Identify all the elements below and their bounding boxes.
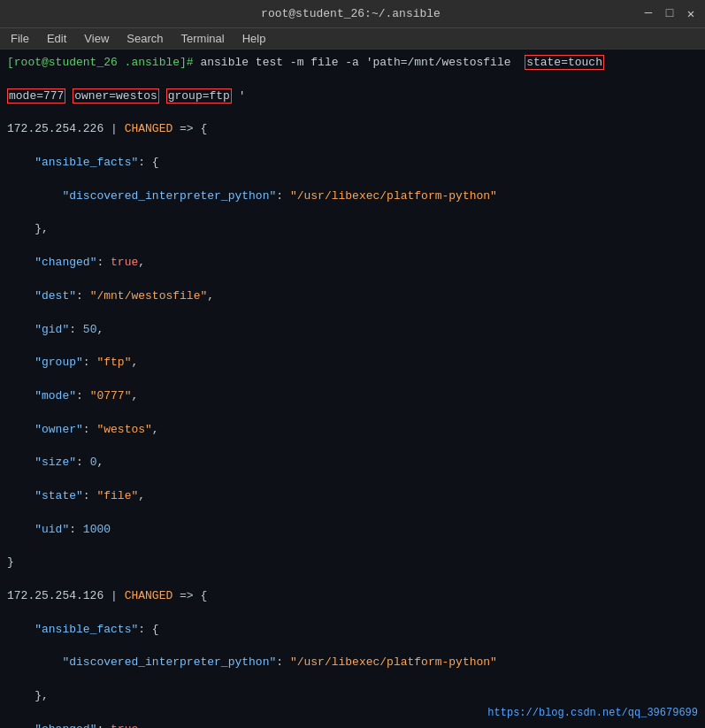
minimize-button[interactable]: ─ (641, 6, 655, 21)
terminal[interactable]: [root@student_26 .ansible]# ansible test… (0, 50, 705, 728)
menubar: File Edit View Search Terminal Help (0, 28, 705, 50)
window-title: root@student_26:~/.ansible (60, 7, 641, 20)
menu-view[interactable]: View (77, 30, 116, 47)
terminal-wrapper: [root@student_26 .ansible]# ansible test… (0, 50, 705, 728)
url-link: https://blog.csdn.net/qq_39679699 (487, 707, 698, 719)
maximize-button[interactable]: □ (663, 6, 677, 21)
window-controls[interactable]: ─ □ ✕ (641, 6, 698, 21)
menu-terminal[interactable]: Terminal (174, 30, 232, 47)
menu-edit[interactable]: Edit (40, 30, 73, 47)
menu-file[interactable]: File (4, 30, 36, 47)
titlebar: root@student_26:~/.ansible ─ □ ✕ (0, 0, 705, 28)
menu-help[interactable]: Help (235, 30, 273, 47)
menu-search[interactable]: Search (119, 30, 170, 47)
close-button[interactable]: ✕ (684, 6, 698, 21)
